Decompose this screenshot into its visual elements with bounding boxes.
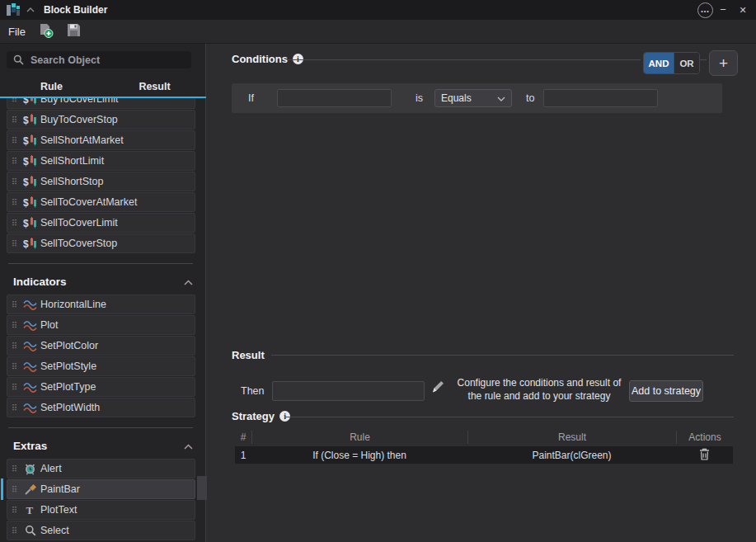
result-divider [271,355,734,356]
drag-handle-icon[interactable] [7,115,21,125]
svg-text:$: $ [23,135,29,147]
drag-handle-icon[interactable] [7,98,21,104]
drag-handle-icon[interactable] [7,157,21,166]
titlebar: Block Builder [0,0,756,20]
drag-handle-icon[interactable] [7,136,21,145]
sidebar-item-label: PlotText [40,504,77,516]
collapse-ribbon-icon[interactable] [26,7,35,12]
trash-icon [699,448,710,463]
menu-toolbar: File [0,20,756,44]
sidebar-item-setplotstyle[interactable]: SetPlotStyle [7,356,195,376]
and-toggle-button[interactable]: AND [644,53,674,73]
drag-handle-icon[interactable] [7,464,21,474]
sidebar-item-paintbar[interactable]: PaintBar [7,479,195,499]
add-to-strategy-button[interactable]: Add to strategy [629,380,703,402]
strategy-rows: 1If (Close = High) thenPaintBar(clGreen) [235,446,733,464]
object-list: $BuyToCoverLimit$BuyToCoverStop$SellShor… [0,98,206,542]
sidebar-item-selltocoveratmarket[interactable]: $SellToCoverAtMarket [7,192,195,212]
svg-text:$: $ [23,98,29,105]
search-icon [13,54,24,65]
sidebar-item-selltocoverstop[interactable]: $SellToCoverStop [7,233,195,253]
tab-result[interactable]: Result [103,77,206,97]
indicators-header[interactable]: Indicators [13,275,193,289]
condition-right-input[interactable] [543,89,658,107]
operator-select[interactable]: Equals [434,89,512,107]
sidebar-item-plottext[interactable]: TPlotText [7,500,195,520]
to-label: to [526,83,534,113]
drag-handle-icon[interactable] [7,485,21,494]
column-rule: Rule [251,431,467,444]
sidebar-item-buytocoverlimit[interactable]: $BuyToCoverLimit [7,98,195,109]
alarm-icon [21,463,39,475]
app-logo-icon [6,2,21,17]
minimize-button[interactable] [713,1,733,19]
drag-handle-icon[interactable] [7,383,21,392]
new-file-button[interactable] [38,22,54,41]
condition-left-input[interactable] [277,89,392,107]
file-menu[interactable]: File [8,26,26,38]
configure-hint: Configure the conditions and result of t… [449,376,629,403]
strategy-header: Strategy i [232,410,290,422]
wave-icon [21,299,39,310]
drag-handle-icon[interactable] [7,300,21,309]
conditions-header-label: Conditions [232,53,288,65]
drag-handle-icon[interactable] [7,506,21,515]
svg-text:$: $ [23,197,29,209]
operator-value: Equals [441,92,472,104]
sidebar-item-selltocoverlimit[interactable]: $SellToCoverLimit [7,213,195,233]
then-input[interactable] [272,381,425,401]
chevron-up-icon[interactable] [184,276,193,288]
sidebar-item-label: PaintBar [40,483,80,495]
close-button[interactable] [733,1,753,19]
extras-group: AlertPaintBarTPlotTextSelect [0,459,206,540]
then-label: Then [241,381,265,401]
dollar-candle-icon: $ [21,98,39,105]
is-label: is [416,83,423,113]
drag-handle-icon[interactable] [7,239,21,248]
dollar-candle-icon: $ [21,238,39,249]
window-menu-button[interactable] [697,2,713,18]
section-divider [8,263,193,264]
or-toggle-button[interactable]: OR [674,53,699,73]
drag-handle-icon[interactable] [7,219,21,228]
add-condition-button[interactable]: + [709,50,738,76]
drag-handle-icon[interactable] [7,403,21,412]
sidebar-scrollbar-thumb[interactable] [197,476,207,500]
sidebar-item-label: SetPlotColor [40,340,98,351]
drag-handle-icon[interactable] [7,362,21,371]
svg-text:$: $ [23,218,29,229]
drag-handle-icon[interactable] [7,342,21,351]
sidebar-item-label: SetPlotStyle [40,361,96,372]
drag-handle-icon[interactable] [7,198,21,207]
search-input[interactable] [29,54,181,67]
column-actions: Actions [676,431,733,444]
sidebar-item-horizontalline[interactable]: HorizontalLine [7,295,195,314]
delete-rule-button[interactable] [699,448,710,463]
sidebar-item-plot[interactable]: Plot [7,315,195,335]
sidebar-item-sellshortstop[interactable]: $SellShortStop [7,172,195,191]
drag-handle-icon[interactable] [7,177,21,186]
drag-handle-icon[interactable] [7,526,21,535]
sidebar-item-select[interactable]: Select [7,521,195,540]
svg-text:$: $ [23,238,29,250]
sidebar-item-setplotwidth[interactable]: SetPlotWidth [7,398,195,417]
drag-handle-icon[interactable] [7,321,21,330]
sidebar-item-alert[interactable]: Alert [7,459,195,478]
chevron-up-icon[interactable] [184,440,193,452]
conditions-divider [699,59,707,60]
result-header-label: Result [232,349,265,361]
section-divider [8,427,193,428]
save-button[interactable] [67,23,81,40]
sidebar-item-sellshortlimit[interactable]: $SellShortLimit [7,151,195,171]
sidebar-item-buytocoverstop[interactable]: $BuyToCoverStop [7,110,195,130]
sidebar-item-setplotcolor[interactable]: SetPlotColor [7,336,195,356]
strategy-table-header: # Rule Result Actions [235,428,733,446]
sidebar-item-setplottype[interactable]: SetPlotType [7,377,195,397]
tab-rule[interactable]: Rule [0,77,103,97]
sidebar-item-label: SellToCoverStop [40,238,117,249]
conditions-divider [287,59,641,60]
sidebar-item-sellshortatmarket[interactable]: $SellShortAtMarket [7,130,195,150]
rule-objects-group: $BuyToCoverLimit$BuyToCoverStop$SellShor… [0,98,206,253]
extras-header[interactable]: Extras [13,439,193,453]
strategy-header-label: Strategy [232,410,275,422]
